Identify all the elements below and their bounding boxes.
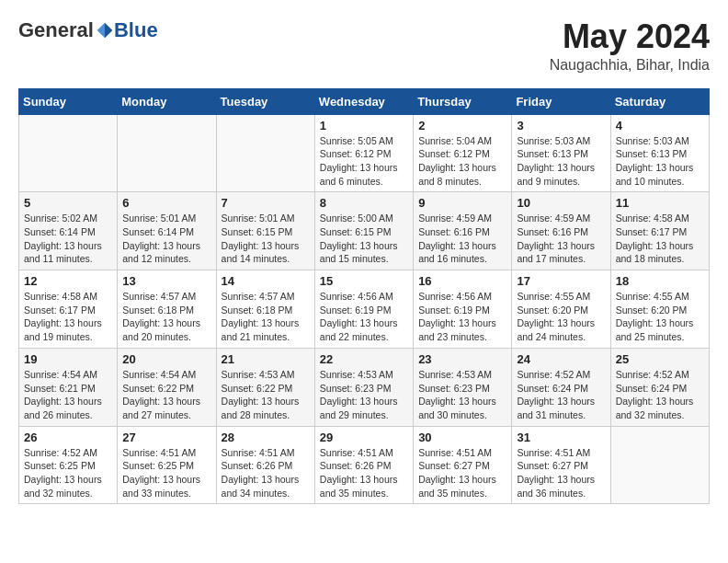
day-cell: 19Sunrise: 4:54 AMSunset: 6:21 PMDayligh… [19,348,118,426]
day-cell: 6Sunrise: 5:01 AMSunset: 6:14 PMDaylight… [118,192,216,270]
day-cell: 25Sunrise: 4:52 AMSunset: 6:24 PMDayligh… [610,348,709,426]
day-cell: 29Sunrise: 4:51 AMSunset: 6:26 PMDayligh… [314,426,413,504]
day-cell: 13Sunrise: 4:57 AMSunset: 6:18 PMDayligh… [118,270,216,349]
day-info-text: Sunrise: 4:59 AMSunset: 6:16 PMDaylight:… [418,212,506,266]
day-info-text: Sunrise: 4:55 AMSunset: 6:20 PMDaylight:… [517,290,605,344]
weekday-header-thursday: Thursday [414,88,512,114]
week-row-3: 12Sunrise: 4:58 AMSunset: 6:17 PMDayligh… [19,270,710,349]
day-number: 31 [517,431,605,444]
day-number: 29 [320,431,408,444]
day-cell: 17Sunrise: 4:55 AMSunset: 6:20 PMDayligh… [512,270,610,349]
weekday-header-saturday: Saturday [610,88,709,114]
day-info-text: Sunrise: 4:51 AMSunset: 6:26 PMDaylight:… [222,446,310,500]
day-number: 19 [24,352,112,366]
day-number: 5 [24,196,112,210]
day-info-text: Sunrise: 4:53 AMSunset: 6:23 PMDaylight:… [418,368,506,422]
day-number: 18 [616,274,704,288]
day-cell: 5Sunrise: 5:02 AMSunset: 6:14 PMDaylight… [19,192,118,270]
day-cell: 22Sunrise: 4:53 AMSunset: 6:23 PMDayligh… [314,348,413,426]
day-cell: 7Sunrise: 5:01 AMSunset: 6:15 PMDaylight… [216,192,314,270]
page: General Blue May 2024 Naugachhia, Bihar,… [0,0,728,513]
weekday-header-row: SundayMondayTuesdayWednesdayThursdayFrid… [19,88,710,114]
weekday-header-wednesday: Wednesday [314,88,413,114]
day-cell [19,114,118,192]
day-number: 27 [122,431,210,444]
day-info-text: Sunrise: 5:04 AMSunset: 6:12 PMDaylight:… [418,134,506,189]
day-info-text: Sunrise: 4:51 AMSunset: 6:27 PMDaylight:… [517,446,605,500]
day-cell: 3Sunrise: 5:03 AMSunset: 6:13 PMDaylight… [512,114,610,192]
day-info-text: Sunrise: 4:58 AMSunset: 6:17 PMDaylight:… [24,290,112,344]
day-number: 24 [517,352,605,366]
day-number: 22 [320,352,408,366]
day-number: 20 [122,352,210,366]
logo-blue-text: Blue [114,18,158,42]
day-cell: 31Sunrise: 4:51 AMSunset: 6:27 PMDayligh… [512,426,610,504]
day-number: 23 [418,352,506,366]
day-info-text: Sunrise: 4:56 AMSunset: 6:19 PMDaylight:… [418,290,506,344]
day-number: 30 [418,431,506,444]
day-info-text: Sunrise: 5:01 AMSunset: 6:15 PMDaylight:… [222,212,310,266]
svg-marker-0 [105,23,112,39]
day-cell: 2Sunrise: 5:04 AMSunset: 6:12 PMDaylight… [414,114,512,192]
day-info-text: Sunrise: 4:51 AMSunset: 6:25 PMDaylight:… [122,446,210,500]
day-cell: 14Sunrise: 4:57 AMSunset: 6:18 PMDayligh… [216,270,314,349]
day-info-text: Sunrise: 4:51 AMSunset: 6:26 PMDaylight:… [320,446,408,500]
day-number: 7 [222,196,310,210]
weekday-header-tuesday: Tuesday [216,88,314,114]
logo: General Blue [18,18,158,42]
day-info-text: Sunrise: 4:52 AMSunset: 6:24 PMDaylight:… [616,368,704,422]
day-number: 3 [517,119,605,132]
day-number: 9 [418,196,506,210]
day-info-text: Sunrise: 4:52 AMSunset: 6:24 PMDaylight:… [517,368,605,422]
day-cell [610,426,709,504]
day-number: 14 [222,274,310,288]
day-cell: 16Sunrise: 4:56 AMSunset: 6:19 PMDayligh… [414,270,512,349]
calendar-table: SundayMondayTuesdayWednesdayThursdayFrid… [18,88,710,505]
logo-icon [96,21,114,40]
day-number: 11 [616,196,704,210]
title-block: May 2024 Naugachhia, Bihar, India [550,18,710,74]
day-cell: 30Sunrise: 4:51 AMSunset: 6:27 PMDayligh… [414,426,512,504]
day-cell: 26Sunrise: 4:52 AMSunset: 6:25 PMDayligh… [19,426,118,504]
day-number: 1 [320,119,408,132]
day-cell: 24Sunrise: 4:52 AMSunset: 6:24 PMDayligh… [512,348,610,426]
weekday-header-sunday: Sunday [19,88,118,114]
day-cell: 15Sunrise: 4:56 AMSunset: 6:19 PMDayligh… [314,270,413,349]
day-cell: 8Sunrise: 5:00 AMSunset: 6:15 PMDaylight… [314,192,413,270]
day-info-text: Sunrise: 4:56 AMSunset: 6:19 PMDaylight:… [320,290,408,344]
day-cell [118,114,216,192]
day-number: 26 [24,431,112,444]
day-info-text: Sunrise: 5:01 AMSunset: 6:14 PMDaylight:… [122,212,210,266]
day-info-text: Sunrise: 5:00 AMSunset: 6:15 PMDaylight:… [320,212,408,266]
day-cell: 27Sunrise: 4:51 AMSunset: 6:25 PMDayligh… [118,426,216,504]
day-cell: 28Sunrise: 4:51 AMSunset: 6:26 PMDayligh… [216,426,314,504]
location-subtitle: Naugachhia, Bihar, India [550,57,710,74]
day-info-text: Sunrise: 5:03 AMSunset: 6:13 PMDaylight:… [616,134,704,189]
day-cell: 12Sunrise: 4:58 AMSunset: 6:17 PMDayligh… [19,270,118,349]
day-number: 8 [320,196,408,210]
day-info-text: Sunrise: 4:54 AMSunset: 6:21 PMDaylight:… [24,368,112,422]
day-cell [216,114,314,192]
day-number: 28 [222,431,310,444]
day-number: 17 [517,274,605,288]
day-number: 12 [24,274,112,288]
day-cell: 21Sunrise: 4:53 AMSunset: 6:22 PMDayligh… [216,348,314,426]
weekday-header-friday: Friday [512,88,610,114]
day-cell: 4Sunrise: 5:03 AMSunset: 6:13 PMDaylight… [610,114,709,192]
day-number: 25 [616,352,704,366]
day-info-text: Sunrise: 4:58 AMSunset: 6:17 PMDaylight:… [616,212,704,266]
week-row-1: 1Sunrise: 5:05 AMSunset: 6:12 PMDaylight… [19,114,710,192]
week-row-5: 26Sunrise: 4:52 AMSunset: 6:25 PMDayligh… [19,426,710,504]
svg-marker-1 [97,23,105,39]
day-info-text: Sunrise: 4:52 AMSunset: 6:25 PMDaylight:… [24,446,112,500]
day-cell: 10Sunrise: 4:59 AMSunset: 6:16 PMDayligh… [512,192,610,270]
day-info-text: Sunrise: 4:59 AMSunset: 6:16 PMDaylight:… [517,212,605,266]
week-row-2: 5Sunrise: 5:02 AMSunset: 6:14 PMDaylight… [19,192,710,270]
day-info-text: Sunrise: 4:57 AMSunset: 6:18 PMDaylight:… [222,290,310,344]
day-info-text: Sunrise: 5:03 AMSunset: 6:13 PMDaylight:… [517,134,605,189]
day-info-text: Sunrise: 4:51 AMSunset: 6:27 PMDaylight:… [418,446,506,500]
day-info-text: Sunrise: 5:02 AMSunset: 6:14 PMDaylight:… [24,212,112,266]
day-number: 21 [222,352,310,366]
day-cell: 20Sunrise: 4:54 AMSunset: 6:22 PMDayligh… [118,348,216,426]
day-info-text: Sunrise: 5:05 AMSunset: 6:12 PMDaylight:… [320,134,408,189]
